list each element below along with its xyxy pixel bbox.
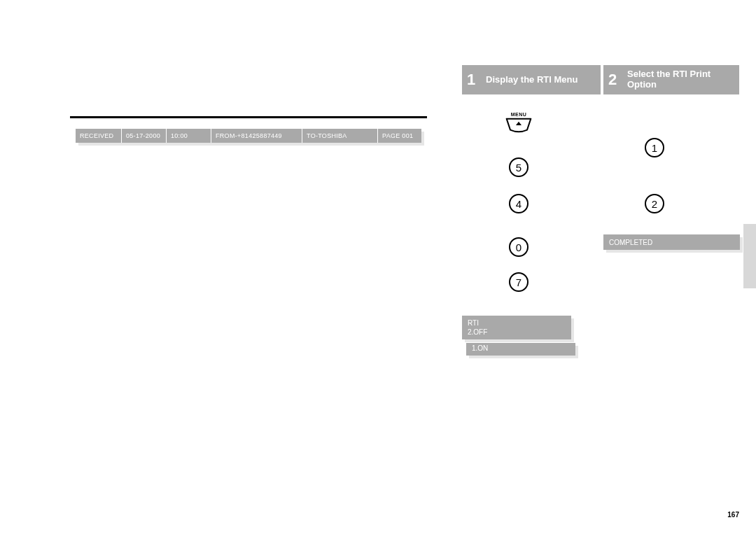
fax-from: FROM-+81425887449 xyxy=(211,129,302,143)
key-4: 4 xyxy=(509,194,528,213)
lcd-rti-line2: 2.OFF xyxy=(468,328,566,337)
lcd-rti-line1: RTI xyxy=(468,319,566,328)
fax-page: PAGE 001 xyxy=(378,129,421,143)
key-1: 1 xyxy=(645,138,664,157)
key-0: 0 xyxy=(509,237,528,257)
fax-header-bar: RECEIVED 05-17-2000 10:00 FROM-+81425887… xyxy=(76,129,421,143)
step-1-label: Display the RTI Menu xyxy=(480,65,601,94)
key-5: 5 xyxy=(509,157,528,177)
menu-key-icon xyxy=(505,117,533,134)
step-1-number: 1 xyxy=(462,65,480,94)
fax-time: 10:00 xyxy=(167,129,211,143)
manual-page: RECEIVED 05-17-2000 10:00 FROM-+81425887… xyxy=(0,0,756,534)
step-2-label: Select the RTI Print Option xyxy=(622,65,739,94)
fax-header-strip: RECEIVED 05-17-2000 10:00 FROM-+81425887… xyxy=(70,116,427,146)
step-2-number: 2 xyxy=(603,65,622,94)
fax-received-label: RECEIVED xyxy=(76,129,122,143)
lcd-rti: RTI 2.OFF xyxy=(462,316,571,339)
lcd-on: 1.ON xyxy=(466,343,575,356)
menu-button-icon: MENU xyxy=(503,112,534,137)
fax-to: TO-TOSHIBA xyxy=(302,129,378,143)
step-2-header: 2 Select the RTI Print Option xyxy=(603,65,739,94)
lcd-completed: COMPLETED xyxy=(603,234,740,250)
fax-date: 05-17-2000 xyxy=(122,129,167,143)
side-tab xyxy=(743,224,756,288)
page-number: 167 xyxy=(727,511,739,519)
menu-button-label: MENU xyxy=(511,112,527,117)
key-7: 7 xyxy=(509,272,528,292)
key-2: 2 xyxy=(645,194,664,213)
step-1-header: 1 Display the RTI Menu xyxy=(462,65,601,94)
fax-header-rule xyxy=(70,116,427,118)
